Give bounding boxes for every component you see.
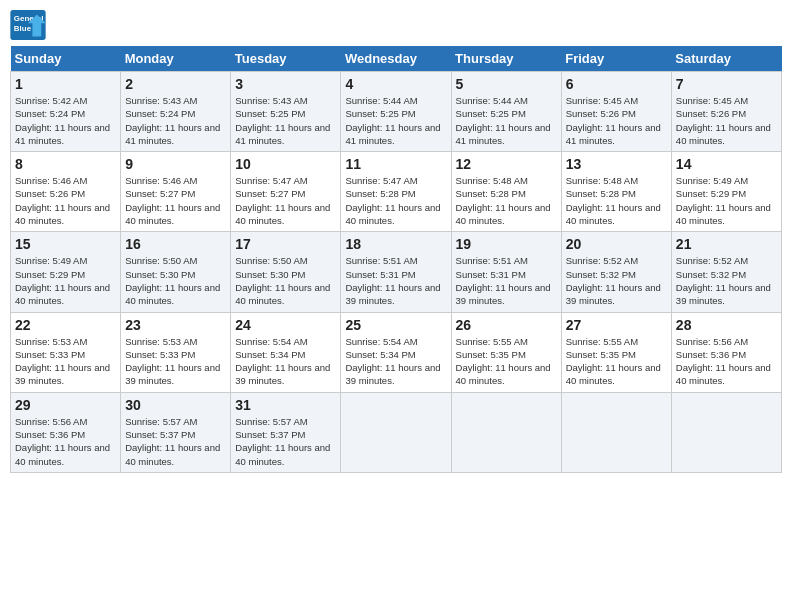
day-info: Sunrise: 5:44 AM Sunset: 5:25 PM Dayligh… [345,94,446,147]
day-number: 16 [125,236,226,252]
day-number: 28 [676,317,777,333]
day-info: Sunrise: 5:50 AM Sunset: 5:30 PM Dayligh… [125,254,226,307]
calendar-cell: 20 Sunrise: 5:52 AM Sunset: 5:32 PM Dayl… [561,232,671,312]
svg-text:Blue: Blue [14,24,32,33]
calendar-cell: 24 Sunrise: 5:54 AM Sunset: 5:34 PM Dayl… [231,312,341,392]
calendar-cell: 15 Sunrise: 5:49 AM Sunset: 5:29 PM Dayl… [11,232,121,312]
calendar-cell: 23 Sunrise: 5:53 AM Sunset: 5:33 PM Dayl… [121,312,231,392]
day-number: 5 [456,76,557,92]
day-number: 21 [676,236,777,252]
day-info: Sunrise: 5:53 AM Sunset: 5:33 PM Dayligh… [15,335,116,388]
calendar-cell [671,392,781,472]
day-number: 7 [676,76,777,92]
day-info: Sunrise: 5:49 AM Sunset: 5:29 PM Dayligh… [676,174,777,227]
day-info: Sunrise: 5:56 AM Sunset: 5:36 PM Dayligh… [15,415,116,468]
calendar-cell [341,392,451,472]
day-info: Sunrise: 5:48 AM Sunset: 5:28 PM Dayligh… [566,174,667,227]
day-info: Sunrise: 5:46 AM Sunset: 5:27 PM Dayligh… [125,174,226,227]
calendar-cell: 21 Sunrise: 5:52 AM Sunset: 5:32 PM Dayl… [671,232,781,312]
day-number: 26 [456,317,557,333]
calendar-cell [561,392,671,472]
calendar-cell: 27 Sunrise: 5:55 AM Sunset: 5:35 PM Dayl… [561,312,671,392]
day-info: Sunrise: 5:56 AM Sunset: 5:36 PM Dayligh… [676,335,777,388]
calendar-cell: 13 Sunrise: 5:48 AM Sunset: 5:28 PM Dayl… [561,152,671,232]
day-number: 17 [235,236,336,252]
day-number: 9 [125,156,226,172]
calendar-cell: 11 Sunrise: 5:47 AM Sunset: 5:28 PM Dayl… [341,152,451,232]
calendar-week-1: 1 Sunrise: 5:42 AM Sunset: 5:24 PM Dayli… [11,72,782,152]
day-info: Sunrise: 5:54 AM Sunset: 5:34 PM Dayligh… [345,335,446,388]
page-header: General Blue [10,10,782,40]
calendar-cell: 2 Sunrise: 5:43 AM Sunset: 5:24 PM Dayli… [121,72,231,152]
calendar-week-3: 15 Sunrise: 5:49 AM Sunset: 5:29 PM Dayl… [11,232,782,312]
day-number: 15 [15,236,116,252]
calendar-cell: 1 Sunrise: 5:42 AM Sunset: 5:24 PM Dayli… [11,72,121,152]
day-info: Sunrise: 5:42 AM Sunset: 5:24 PM Dayligh… [15,94,116,147]
header-cell-sunday: Sunday [11,46,121,72]
day-number: 4 [345,76,446,92]
calendar-cell: 17 Sunrise: 5:50 AM Sunset: 5:30 PM Dayl… [231,232,341,312]
calendar-cell: 19 Sunrise: 5:51 AM Sunset: 5:31 PM Dayl… [451,232,561,312]
day-number: 11 [345,156,446,172]
calendar-cell [451,392,561,472]
day-info: Sunrise: 5:43 AM Sunset: 5:24 PM Dayligh… [125,94,226,147]
day-number: 23 [125,317,226,333]
day-info: Sunrise: 5:52 AM Sunset: 5:32 PM Dayligh… [676,254,777,307]
calendar-cell: 25 Sunrise: 5:54 AM Sunset: 5:34 PM Dayl… [341,312,451,392]
calendar-cell: 3 Sunrise: 5:43 AM Sunset: 5:25 PM Dayli… [231,72,341,152]
day-number: 19 [456,236,557,252]
calendar-cell: 30 Sunrise: 5:57 AM Sunset: 5:37 PM Dayl… [121,392,231,472]
calendar-cell: 12 Sunrise: 5:48 AM Sunset: 5:28 PM Dayl… [451,152,561,232]
day-info: Sunrise: 5:53 AM Sunset: 5:33 PM Dayligh… [125,335,226,388]
logo: General Blue [10,10,50,40]
day-number: 10 [235,156,336,172]
calendar-cell: 26 Sunrise: 5:55 AM Sunset: 5:35 PM Dayl… [451,312,561,392]
calendar-cell: 16 Sunrise: 5:50 AM Sunset: 5:30 PM Dayl… [121,232,231,312]
day-info: Sunrise: 5:43 AM Sunset: 5:25 PM Dayligh… [235,94,336,147]
header-row: SundayMondayTuesdayWednesdayThursdayFrid… [11,46,782,72]
day-number: 1 [15,76,116,92]
day-info: Sunrise: 5:45 AM Sunset: 5:26 PM Dayligh… [676,94,777,147]
day-info: Sunrise: 5:54 AM Sunset: 5:34 PM Dayligh… [235,335,336,388]
calendar-week-2: 8 Sunrise: 5:46 AM Sunset: 5:26 PM Dayli… [11,152,782,232]
day-number: 31 [235,397,336,413]
calendar-cell: 10 Sunrise: 5:47 AM Sunset: 5:27 PM Dayl… [231,152,341,232]
day-info: Sunrise: 5:47 AM Sunset: 5:28 PM Dayligh… [345,174,446,227]
day-number: 22 [15,317,116,333]
day-info: Sunrise: 5:52 AM Sunset: 5:32 PM Dayligh… [566,254,667,307]
day-info: Sunrise: 5:49 AM Sunset: 5:29 PM Dayligh… [15,254,116,307]
header-cell-friday: Friday [561,46,671,72]
day-info: Sunrise: 5:51 AM Sunset: 5:31 PM Dayligh… [345,254,446,307]
calendar-cell: 18 Sunrise: 5:51 AM Sunset: 5:31 PM Dayl… [341,232,451,312]
day-info: Sunrise: 5:46 AM Sunset: 5:26 PM Dayligh… [15,174,116,227]
calendar-table: SundayMondayTuesdayWednesdayThursdayFrid… [10,46,782,473]
calendar-cell: 22 Sunrise: 5:53 AM Sunset: 5:33 PM Dayl… [11,312,121,392]
day-info: Sunrise: 5:50 AM Sunset: 5:30 PM Dayligh… [235,254,336,307]
day-number: 29 [15,397,116,413]
day-number: 27 [566,317,667,333]
calendar-week-4: 22 Sunrise: 5:53 AM Sunset: 5:33 PM Dayl… [11,312,782,392]
day-info: Sunrise: 5:51 AM Sunset: 5:31 PM Dayligh… [456,254,557,307]
calendar-cell: 6 Sunrise: 5:45 AM Sunset: 5:26 PM Dayli… [561,72,671,152]
header-cell-tuesday: Tuesday [231,46,341,72]
day-number: 13 [566,156,667,172]
day-info: Sunrise: 5:55 AM Sunset: 5:35 PM Dayligh… [566,335,667,388]
day-info: Sunrise: 5:45 AM Sunset: 5:26 PM Dayligh… [566,94,667,147]
calendar-cell: 7 Sunrise: 5:45 AM Sunset: 5:26 PM Dayli… [671,72,781,152]
day-info: Sunrise: 5:44 AM Sunset: 5:25 PM Dayligh… [456,94,557,147]
calendar-cell: 4 Sunrise: 5:44 AM Sunset: 5:25 PM Dayli… [341,72,451,152]
day-info: Sunrise: 5:48 AM Sunset: 5:28 PM Dayligh… [456,174,557,227]
day-number: 30 [125,397,226,413]
calendar-cell: 31 Sunrise: 5:57 AM Sunset: 5:37 PM Dayl… [231,392,341,472]
day-number: 3 [235,76,336,92]
day-number: 20 [566,236,667,252]
calendar-cell: 28 Sunrise: 5:56 AM Sunset: 5:36 PM Dayl… [671,312,781,392]
day-number: 18 [345,236,446,252]
day-number: 6 [566,76,667,92]
day-number: 25 [345,317,446,333]
header-cell-wednesday: Wednesday [341,46,451,72]
day-info: Sunrise: 5:57 AM Sunset: 5:37 PM Dayligh… [235,415,336,468]
header-cell-thursday: Thursday [451,46,561,72]
calendar-cell: 5 Sunrise: 5:44 AM Sunset: 5:25 PM Dayli… [451,72,561,152]
day-number: 2 [125,76,226,92]
